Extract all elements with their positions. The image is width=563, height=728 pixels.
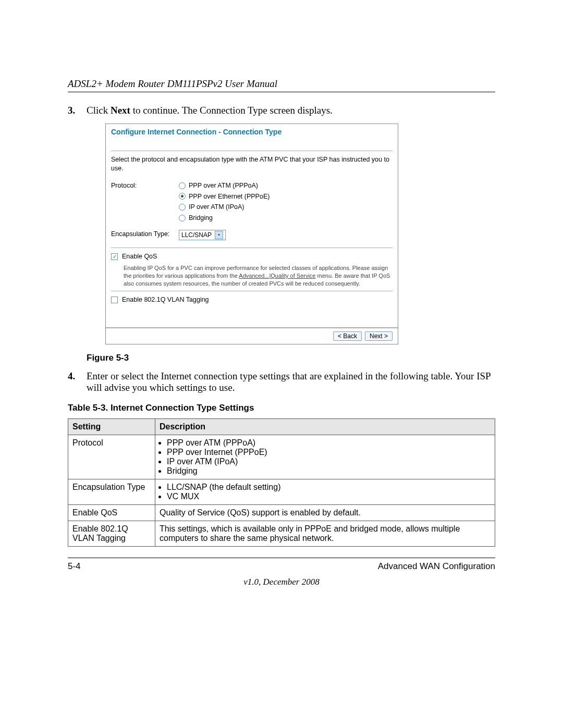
running-head: ADSL2+ Modem Router DM111PSPv2 User Manu… xyxy=(68,78,495,90)
panel-rule-mid2 xyxy=(111,291,393,291)
enable-vlan-label: Enable 802.1Q VLAN Tagging xyxy=(122,295,209,304)
protocol-radio-group: PPP over ATM (PPPoA) PPP over Ethernet (… xyxy=(179,181,270,223)
encapsulation-row: Encapsulation Type: LLC/SNAP ▾ xyxy=(111,230,393,240)
cell-description: PPP over ATM (PPPoA) PPP over Internet (… xyxy=(155,435,495,479)
qos-note-link[interactable]: Advanced...|Quality of Service xyxy=(239,273,315,279)
protocol-option-ipoa[interactable]: IP over ATM (IPoA) xyxy=(179,203,270,212)
list-item: IP over ATM (IPoA) xyxy=(167,457,491,466)
enable-qos-label: Enable QoS xyxy=(122,252,157,261)
list-item: PPP over ATM (PPPoA) xyxy=(167,438,491,448)
encapsulation-select[interactable]: LLC/SNAP ▾ xyxy=(179,230,226,240)
connection-type-panel: Configure Internet Connection - Connecti… xyxy=(105,124,398,344)
list-item: PPP over Internet (PPPoE) xyxy=(167,448,491,457)
step-4-num: 4. xyxy=(68,371,75,382)
checkbox-icon xyxy=(111,297,118,303)
step-4-line1: Enter or select the Internet connection … xyxy=(87,371,452,381)
th-setting: Setting xyxy=(68,418,155,435)
table-row: Encapsulation Type LLC/SNAP (the default… xyxy=(68,479,495,504)
radio-icon xyxy=(179,215,186,221)
encapsulation-value: LLC/SNAP xyxy=(181,231,212,239)
section-name: Advanced WAN Configuration xyxy=(378,561,495,572)
page-number: 5-4 xyxy=(68,561,81,572)
radio-icon xyxy=(179,182,186,189)
radio-icon xyxy=(179,204,186,211)
panel-title: Configure Internet Connection - Connecti… xyxy=(111,127,393,137)
protocol-option-pppoa[interactable]: PPP over ATM (PPPoA) xyxy=(179,181,270,190)
header-rule xyxy=(68,92,495,92)
panel-footer: < Back Next > xyxy=(106,327,398,344)
cell-setting: Encapsulation Type xyxy=(68,479,155,504)
list-item: Bridging xyxy=(167,466,491,476)
table-row: Enable 802.1Q VLAN Tagging This settings… xyxy=(68,521,495,546)
cell-description: Quality of Service (QoS) support is enab… xyxy=(155,504,495,521)
step-3-text-after: to continue. The Connection Type screen … xyxy=(130,105,333,116)
step-3-bold: Next xyxy=(111,105,130,116)
protocol-option-label: IP over ATM (IPoA) xyxy=(189,203,244,212)
back-button[interactable]: < Back xyxy=(333,331,362,341)
protocol-option-label: PPP over Ethernet (PPPoE) xyxy=(189,192,270,201)
radio-dot-icon xyxy=(181,195,183,198)
doc-version: v1.0, December 2008 xyxy=(68,577,495,587)
settings-table: Setting Description Protocol PPP over AT… xyxy=(68,418,495,547)
protocol-option-bridging[interactable]: Bridging xyxy=(179,214,270,223)
step-3: 3. Click Next to continue. The Connectio… xyxy=(68,105,495,363)
cell-setting: Enable 802.1Q VLAN Tagging xyxy=(68,521,155,546)
table-row: Enable QoS Quality of Service (QoS) supp… xyxy=(68,504,495,521)
th-description: Description xyxy=(155,418,495,435)
list-item: VC MUX xyxy=(167,492,491,501)
chevron-down-icon: ▾ xyxy=(215,231,223,239)
cell-setting: Protocol xyxy=(68,435,155,479)
table-header-row: Setting Description xyxy=(68,418,495,435)
step-4: 4. Enter or select the Internet connecti… xyxy=(68,371,495,393)
cell-setting: Enable QoS xyxy=(68,504,155,521)
protocol-row: Protocol: PPP over ATM (PPPoA) PPP over … xyxy=(111,181,393,223)
panel-instructions: Select the protocol and encapsulation ty… xyxy=(111,155,393,173)
radio-icon xyxy=(179,193,186,200)
page-footer: 5-4 Advanced WAN Configuration v1.0, Dec… xyxy=(68,558,495,587)
checkbox-icon: ✓ xyxy=(111,253,118,260)
step-3-num: 3. xyxy=(68,105,75,116)
encapsulation-label: Encapsulation Type: xyxy=(111,230,179,239)
panel-rule-top xyxy=(111,151,393,151)
protocol-option-pppoe[interactable]: PPP over Ethernet (PPPoE) xyxy=(179,192,270,201)
panel-rule-mid xyxy=(111,248,393,248)
enable-vlan-row[interactable]: Enable 802.1Q VLAN Tagging xyxy=(111,295,393,304)
figure-caption: Figure 5-3 xyxy=(87,353,495,363)
protocol-option-label: Bridging xyxy=(189,214,213,223)
footer-rule xyxy=(68,558,495,558)
enable-qos-row[interactable]: ✓ Enable QoS xyxy=(111,252,393,261)
next-button[interactable]: Next > xyxy=(365,331,393,341)
step-3-text-before: Click xyxy=(87,105,111,116)
list-item: LLC/SNAP (the default setting) xyxy=(167,483,491,492)
qos-note: Enabling IP QoS for a PVC can improve pe… xyxy=(124,264,393,288)
table-row: Protocol PPP over ATM (PPPoA) PPP over I… xyxy=(68,435,495,479)
cell-description: LLC/SNAP (the default setting) VC MUX xyxy=(155,479,495,504)
cell-description: This settings, which is available only i… xyxy=(155,521,495,546)
table-title: Table 5-3. Internet Connection Type Sett… xyxy=(68,403,495,413)
protocol-label: Protocol: xyxy=(111,181,179,190)
protocol-option-label: PPP over ATM (PPPoA) xyxy=(189,181,258,190)
